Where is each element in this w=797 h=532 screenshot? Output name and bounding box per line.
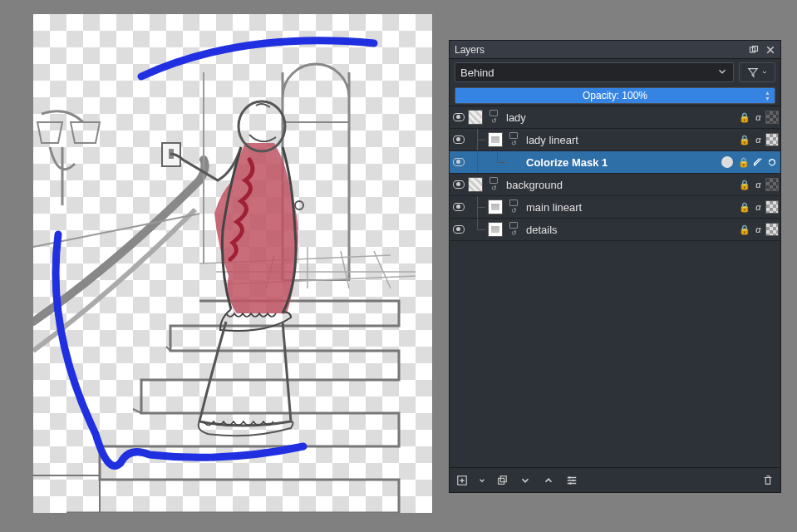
delete-layer-button[interactable] <box>760 473 775 488</box>
move-layer-down-button[interactable] <box>518 473 533 488</box>
chevron-down-icon <box>761 69 768 76</box>
layer-type-icon: ↺ <box>485 110 503 125</box>
layer-row-colorize-mask[interactable]: Colorize Mask 1 🔒 <box>450 151 780 174</box>
visibility-toggle[interactable] <box>453 158 465 166</box>
chevron-down-icon <box>716 66 728 80</box>
layer-thumbnail <box>488 200 503 214</box>
layer-row-main-lineart[interactable]: ↺ main lineart 🔒 α <box>450 196 780 219</box>
layer-type-icon: ↺ <box>504 200 523 214</box>
layer-name[interactable]: background <box>503 179 737 191</box>
layers-bottom-toolbar <box>450 467 780 492</box>
mask-indicator-icon <box>721 156 733 168</box>
layer-row-lady[interactable]: ↺ lady 🔒 α <box>450 106 780 129</box>
visibility-toggle[interactable] <box>453 135 465 144</box>
close-panel-icon[interactable] <box>762 43 775 57</box>
layer-properties-button[interactable] <box>564 473 579 488</box>
layer-row-lady-lineart[interactable]: ↺ lady lineart 🔒 α <box>450 129 780 151</box>
float-panel-icon[interactable] <box>745 43 759 57</box>
svg-rect-9 <box>500 475 506 481</box>
layer-thumbnail <box>488 132 503 147</box>
opacity-label: Opacity: 100% <box>583 90 647 101</box>
canvas[interactable] <box>33 14 432 513</box>
layer-thumbnail <box>468 110 483 125</box>
svg-point-12 <box>569 482 572 485</box>
move-layer-up-button[interactable] <box>541 473 556 488</box>
layer-name[interactable]: main lineart <box>523 201 737 214</box>
opacity-spinner[interactable]: ▲▼ <box>765 90 773 101</box>
edit-pen-icon[interactable] <box>750 155 765 170</box>
layer-name[interactable]: lady lineart <box>523 134 737 146</box>
canvas-artwork <box>33 14 432 513</box>
alpha-icon[interactable]: α <box>751 133 765 147</box>
svg-rect-8 <box>499 478 504 484</box>
lock-icon[interactable]: 🔒 <box>737 111 751 125</box>
update-icon[interactable] <box>765 155 779 170</box>
lock-icon[interactable]: 🔒 <box>737 178 751 192</box>
layer-type-icon: ↺ <box>504 222 523 237</box>
alpha-icon[interactable]: α <box>751 223 765 237</box>
layers-panel: Layers Behind Opacity: 100% ▲▼ <box>449 40 781 493</box>
layer-row-details[interactable]: ↺ details 🔒 α <box>450 219 780 241</box>
svg-point-11 <box>572 479 574 481</box>
visibility-toggle[interactable] <box>453 180 465 189</box>
lock-icon[interactable]: 🔒 <box>737 223 751 237</box>
layer-row-background[interactable]: ↺ background 🔒 α <box>450 174 780 196</box>
layer-name[interactable]: lady <box>503 111 737 124</box>
add-layer-button[interactable] <box>455 473 470 488</box>
alpha-icon[interactable]: α <box>751 200 765 214</box>
lock-icon[interactable]: 🔒 <box>737 133 751 147</box>
blend-mode-select[interactable]: Behind <box>455 62 734 82</box>
layer-type-icon: ↺ <box>485 177 503 192</box>
lock-icon[interactable]: 🔒 <box>737 200 751 214</box>
lock-icon[interactable]: 🔒 <box>736 155 750 170</box>
layer-filter-button[interactable] <box>739 62 775 82</box>
svg-point-10 <box>568 476 571 479</box>
funnel-icon <box>747 66 759 78</box>
alpha-icon[interactable]: α <box>751 111 765 125</box>
visibility-toggle[interactable] <box>453 203 465 211</box>
blend-mode-value: Behind <box>460 66 494 79</box>
opacity-slider[interactable]: Opacity: 100% ▲▼ <box>455 87 775 104</box>
layer-name[interactable]: Colorize Mask 1 <box>523 156 721 169</box>
svg-point-1 <box>295 201 303 209</box>
alpha-inherit-icon[interactable] <box>765 200 779 214</box>
alpha-inherit-icon[interactable] <box>765 223 779 236</box>
layer-thumbnail <box>468 177 483 192</box>
duplicate-layer-button[interactable] <box>494 473 509 488</box>
visibility-toggle[interactable] <box>453 113 465 121</box>
layer-type-icon: ↺ <box>504 132 523 147</box>
layers-list[interactable]: ↺ lady 🔒 α ↺ lady lineart 🔒 α Co <box>450 106 780 467</box>
alpha-icon[interactable]: α <box>751 178 765 192</box>
alpha-inherit-icon[interactable] <box>765 178 779 191</box>
add-layer-menu-button[interactable] <box>478 473 486 488</box>
alpha-inherit-icon[interactable] <box>765 133 779 146</box>
layer-thumbnail <box>488 222 503 237</box>
visibility-toggle[interactable] <box>453 225 465 234</box>
panel-title: Layers <box>455 44 742 56</box>
panel-header[interactable]: Layers <box>450 41 780 59</box>
alpha-inherit-icon[interactable] <box>765 111 779 124</box>
layer-name[interactable]: details <box>523 224 737 236</box>
